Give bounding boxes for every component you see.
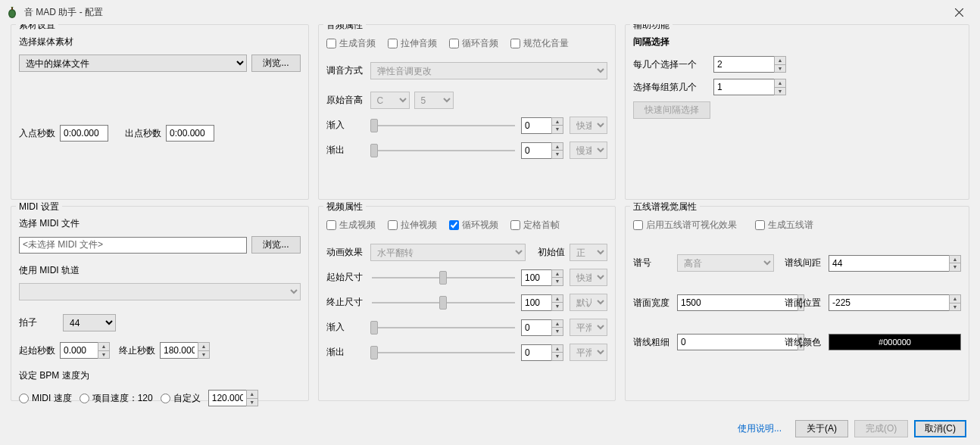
video-fadeout-spinner[interactable]: ▲▼ [521, 344, 563, 361]
about-button[interactable]: 关于(A) [795, 420, 848, 437]
check-stretch-video[interactable]: 拉伸视频 [388, 219, 437, 232]
custom-bpm-spinner[interactable]: ▲▼ [208, 390, 258, 406]
start-sec-spinner[interactable]: ▲▼ [60, 342, 110, 359]
start-size-spinner[interactable]: ▲▼ [521, 269, 563, 286]
video-fadeout-slider[interactable] [372, 344, 516, 361]
help-link[interactable]: 使用说明... [738, 422, 782, 435]
chevron-down-icon[interactable]: ▼ [552, 328, 563, 335]
chevron-down-icon[interactable]: ▼ [950, 263, 960, 271]
radio-project-speed[interactable]: 项目速度：120 [80, 392, 153, 405]
chevron-down-icon[interactable]: ▼ [775, 88, 785, 95]
base-oct-select[interactable]: 5 [414, 92, 454, 109]
chevron-up-icon[interactable]: ▲ [552, 295, 563, 303]
chevron-up-icon[interactable]: ▲ [98, 343, 109, 351]
check-gen-audio[interactable]: 生成音频 [326, 37, 376, 50]
video-fadein-curve[interactable]: 平滑 [570, 319, 607, 336]
chevron-down-icon[interactable]: ▼ [775, 65, 785, 73]
quick-interval-button[interactable]: 快速间隔选择 [633, 101, 710, 119]
browse-midi-button[interactable]: 浏览... [251, 236, 300, 254]
group-staff: 五线谱视觉属性 启用五线谱可视化效果 生成五线谱 谱号 高音 谱线间距 ▲▼ 谱… [625, 206, 969, 401]
chevron-up-icon[interactable]: ▲ [198, 343, 209, 351]
group-title: 辅助功能 [630, 24, 673, 32]
done-button[interactable]: 完成(O) [854, 420, 908, 437]
chevron-up-icon[interactable]: ▲ [552, 345, 563, 353]
chevron-down-icon[interactable]: ▼ [552, 278, 563, 285]
chevron-up-icon[interactable]: ▲ [552, 118, 563, 126]
chevron-up-icon[interactable]: ▲ [552, 320, 563, 328]
chevron-up-icon[interactable]: ▲ [247, 391, 257, 399]
group-title: MIDI 设置 [16, 201, 62, 213]
check-loop-audio[interactable]: 循环音频 [449, 37, 498, 50]
audio-fadein-spinner[interactable]: ▲▼ [521, 117, 563, 134]
chevron-up-icon[interactable]: ▲ [552, 143, 563, 151]
out-time-input[interactable] [166, 125, 214, 142]
chevron-down-icon[interactable]: ▼ [552, 126, 563, 133]
chevron-down-icon[interactable]: ▼ [247, 399, 257, 406]
which-spinner[interactable]: ▲▼ [713, 79, 786, 95]
chevron-down-icon[interactable]: ▼ [98, 351, 109, 359]
media-select[interactable]: 选中的媒体文件 [19, 54, 247, 72]
end-size-spinner[interactable]: ▲▼ [521, 294, 563, 311]
end-sec-spinner[interactable]: ▲▼ [160, 342, 210, 359]
audio-fadeout-spinner[interactable]: ▲▼ [521, 142, 563, 159]
label-end-sec: 终止秒数 [119, 344, 155, 357]
audio-fadein-slider[interactable] [372, 117, 516, 134]
group-title: 视频属性 [323, 201, 366, 213]
column-right: 辅助功能 间隔选择 每几个选择一个 ▲▼ 选择每组第几个 ▲▼ 快速间隔选择 五… [625, 24, 969, 407]
chevron-up-icon[interactable]: ▲ [775, 79, 785, 88]
midi-file-input[interactable] [19, 237, 247, 254]
start-size-curve[interactable]: 快速 [570, 269, 607, 286]
check-normalize[interactable]: 规范化音量 [510, 37, 569, 50]
chevron-up-icon[interactable]: ▲ [552, 270, 563, 279]
check-enable-staff[interactable]: 启用五线谱可视化效果 [633, 219, 737, 232]
chevron-up-icon[interactable]: ▲ [950, 256, 960, 264]
chevron-down-icon[interactable]: ▼ [552, 303, 563, 310]
anim-select[interactable]: 水平翻转 [370, 244, 526, 261]
chevron-up-icon[interactable]: ▲ [775, 57, 785, 65]
midi-track-select[interactable] [19, 283, 301, 300]
color-picker[interactable]: #000000 [829, 334, 961, 350]
audio-fadeout-curve[interactable]: 慢速 [570, 142, 607, 159]
footer: 使用说明... 关于(A) 完成(O) 取消(C) [0, 412, 980, 445]
radio-midi-speed[interactable]: MIDI 速度 [19, 392, 72, 405]
tune-method-select[interactable]: 弹性音调更改 [370, 62, 608, 79]
check-freeze-first[interactable]: 定格首帧 [510, 219, 560, 232]
in-time-input[interactable] [60, 125, 108, 142]
video-fadein-slider[interactable] [372, 319, 516, 336]
cancel-button[interactable]: 取消(C) [914, 420, 966, 437]
clef-select[interactable]: 高音 [677, 254, 774, 272]
start-size-slider[interactable] [372, 269, 516, 286]
label-thick: 谱线粗细 [633, 336, 673, 349]
end-size-slider[interactable] [372, 294, 516, 311]
chevron-up-icon[interactable]: ▲ [950, 295, 960, 303]
check-loop-video[interactable]: 循环视频 [449, 219, 498, 232]
label-base-pitch: 原始音高 [326, 94, 366, 107]
radio-custom-speed[interactable]: 自定义 [161, 392, 201, 405]
base-note-select[interactable]: C [370, 92, 410, 109]
video-fadein-spinner[interactable]: ▲▼ [521, 319, 563, 336]
chevron-down-icon[interactable]: ▼ [950, 303, 960, 311]
audio-fadein-curve[interactable]: 快速 [570, 117, 607, 134]
column-middle: 音频属性 生成音频 拉伸音频 循环音频 规范化音量 调音方式 弹性音调更改 原始… [318, 24, 616, 407]
chevron-down-icon[interactable]: ▼ [552, 353, 563, 360]
position-spinner[interactable]: ▲▼ [829, 294, 961, 311]
width-spinner[interactable]: ▲▼ [677, 294, 774, 311]
check-gen-staff[interactable]: 生成五线谱 [755, 219, 813, 232]
config-window: 音 MAD 助手 - 配置 素材设置 选择媒体素材 选中的媒体文件 浏览... … [0, 0, 980, 445]
every-spinner[interactable]: ▲▼ [713, 56, 786, 73]
line-spacing-spinner[interactable]: ▲▼ [829, 255, 961, 272]
check-gen-video[interactable]: 生成视频 [326, 219, 376, 232]
beat-select[interactable]: 44 [63, 314, 116, 331]
thick-spinner[interactable]: ▲▼ [677, 334, 774, 350]
label-position: 谱面位置 [785, 297, 824, 310]
close-button[interactable] [944, 0, 974, 24]
browse-media-button[interactable]: 浏览... [251, 54, 300, 72]
init-select[interactable]: 正 [570, 244, 607, 261]
audio-fadeout-slider[interactable] [372, 142, 516, 159]
label-which: 选择每组第几个 [633, 81, 709, 94]
check-stretch-audio[interactable]: 拉伸音频 [388, 37, 437, 50]
chevron-down-icon[interactable]: ▼ [198, 351, 209, 359]
chevron-down-icon[interactable]: ▼ [552, 151, 563, 158]
end-size-curve[interactable]: 默认 [570, 294, 607, 311]
video-fadeout-curve[interactable]: 平滑 [570, 344, 607, 361]
